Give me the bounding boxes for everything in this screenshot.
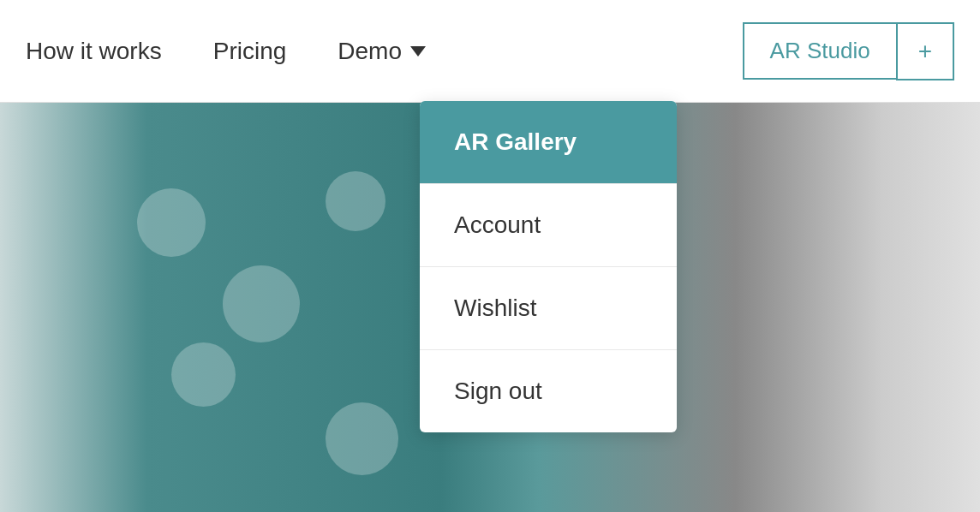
navbar: How it works Pricing Demo AR Studio + bbox=[0, 0, 980, 103]
dropdown-item-account[interactable]: Account bbox=[420, 184, 677, 267]
dropdown-item-sign-out[interactable]: Sign out bbox=[420, 350, 677, 432]
nav-right: AR Studio + bbox=[743, 22, 954, 80]
chevron-down-icon bbox=[410, 46, 426, 57]
plus-button[interactable]: + bbox=[896, 22, 954, 80]
pricing-link[interactable]: Pricing bbox=[213, 38, 287, 65]
nav-left: How it works Pricing Demo bbox=[26, 38, 743, 65]
ar-studio-button[interactable]: AR Studio bbox=[743, 22, 896, 80]
demo-label: Demo bbox=[338, 38, 402, 65]
dropdown-item-wishlist[interactable]: Wishlist bbox=[420, 267, 677, 350]
decorative-dot bbox=[326, 171, 385, 231]
demo-dropdown-trigger[interactable]: Demo bbox=[338, 38, 426, 65]
how-it-works-link[interactable]: How it works bbox=[26, 38, 162, 65]
decorative-dot bbox=[326, 402, 398, 475]
decorative-dot bbox=[223, 265, 300, 342]
decorative-dot bbox=[137, 188, 206, 257]
dropdown-item-ar-gallery[interactable]: AR Gallery bbox=[420, 101, 677, 184]
demo-dropdown-menu: AR Gallery Account Wishlist Sign out bbox=[420, 101, 677, 432]
decorative-dot bbox=[171, 342, 236, 407]
